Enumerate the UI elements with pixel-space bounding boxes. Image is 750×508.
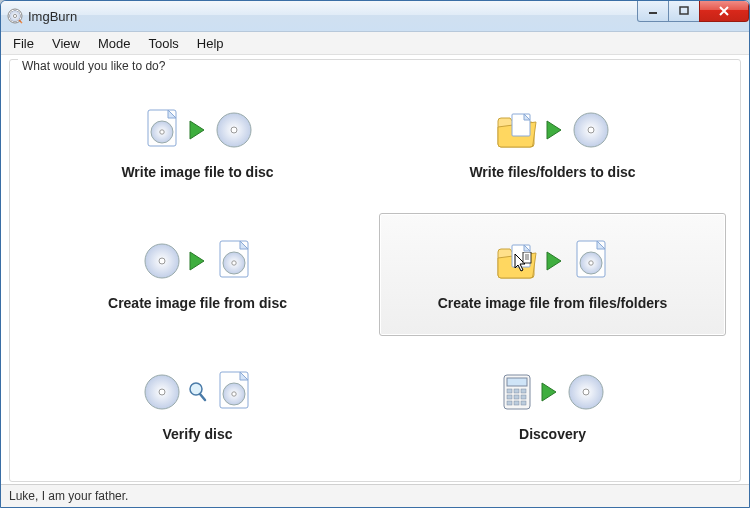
option-create-image-from-files[interactable]: Create image file from files/folders — [379, 213, 726, 336]
svg-rect-37 — [514, 389, 519, 393]
window-title: ImgBurn — [28, 9, 77, 24]
maximize-button[interactable] — [668, 1, 700, 22]
file-disc-icon — [214, 370, 254, 417]
window-controls — [638, 1, 749, 21]
svg-rect-35 — [507, 378, 527, 386]
option-discovery[interactable]: Discovery — [379, 344, 726, 467]
app-icon — [7, 8, 23, 24]
svg-rect-36 — [507, 389, 512, 393]
app-window: ImgBurn File View Mode Tools Help What w… — [0, 0, 750, 508]
svg-point-18 — [231, 261, 235, 265]
arrow-right-icon — [545, 118, 565, 145]
arrow-right-icon — [545, 249, 565, 276]
disc-icon — [142, 372, 182, 415]
svg-rect-41 — [521, 395, 526, 399]
option-write-image-to-disc[interactable]: Write image file to disc — [24, 82, 371, 205]
option-create-image-from-disc[interactable]: Create image file from disc — [24, 213, 371, 336]
calculator-icon — [500, 372, 534, 415]
svg-rect-5 — [680, 7, 688, 14]
arrow-right-icon — [540, 380, 560, 407]
svg-point-33 — [231, 392, 235, 396]
file-disc-icon — [571, 239, 611, 286]
option-write-files-to-disc[interactable]: Write files/folders to disc — [379, 82, 726, 205]
svg-point-28 — [159, 389, 165, 395]
svg-rect-43 — [514, 401, 519, 405]
option-label: Create image file from files/folders — [438, 295, 668, 311]
disc-icon — [566, 372, 606, 415]
magnifier-icon — [188, 381, 208, 406]
svg-rect-38 — [521, 389, 526, 393]
disc-icon — [214, 110, 254, 153]
svg-point-8 — [159, 130, 163, 134]
folder-file-icon — [495, 241, 539, 284]
option-verify-disc[interactable]: Verify disc — [24, 344, 371, 467]
menu-view[interactable]: View — [44, 34, 88, 53]
option-label: Write files/folders to disc — [469, 164, 635, 180]
option-label: Discovery — [519, 426, 586, 442]
minimize-button[interactable] — [637, 1, 669, 22]
file-disc-icon — [142, 108, 182, 155]
option-label: Create image file from disc — [108, 295, 287, 311]
menu-mode[interactable]: Mode — [90, 34, 139, 53]
folder-file-icon — [495, 110, 539, 153]
svg-rect-39 — [507, 395, 512, 399]
arrow-right-icon — [188, 118, 208, 145]
svg-rect-42 — [507, 401, 512, 405]
svg-point-13 — [588, 127, 594, 133]
menubar: File View Mode Tools Help — [1, 32, 749, 55]
status-text: Luke, I am your father. — [9, 489, 128, 503]
arrow-right-icon — [188, 249, 208, 276]
svg-point-10 — [231, 127, 237, 133]
svg-point-15 — [159, 258, 165, 264]
disc-icon — [142, 241, 182, 284]
svg-point-3 — [13, 14, 16, 17]
group-legend: What would you like to do? — [18, 59, 169, 73]
close-button[interactable] — [699, 1, 749, 22]
option-label: Verify disc — [162, 426, 232, 442]
option-label: Write image file to disc — [121, 164, 273, 180]
mode-groupbox: What would you like to do? — [9, 59, 741, 482]
svg-line-30 — [200, 394, 205, 400]
file-disc-icon — [214, 239, 254, 286]
svg-point-22 — [588, 261, 592, 265]
client-area: What would you like to do? — [1, 55, 749, 484]
statusbar: Luke, I am your father. — [1, 484, 749, 507]
svg-point-46 — [583, 389, 589, 395]
titlebar: ImgBurn — [1, 1, 749, 32]
menu-file[interactable]: File — [5, 34, 42, 53]
svg-rect-44 — [521, 401, 526, 405]
svg-rect-40 — [514, 395, 519, 399]
disc-icon — [571, 110, 611, 153]
menu-tools[interactable]: Tools — [140, 34, 186, 53]
menu-help[interactable]: Help — [189, 34, 232, 53]
